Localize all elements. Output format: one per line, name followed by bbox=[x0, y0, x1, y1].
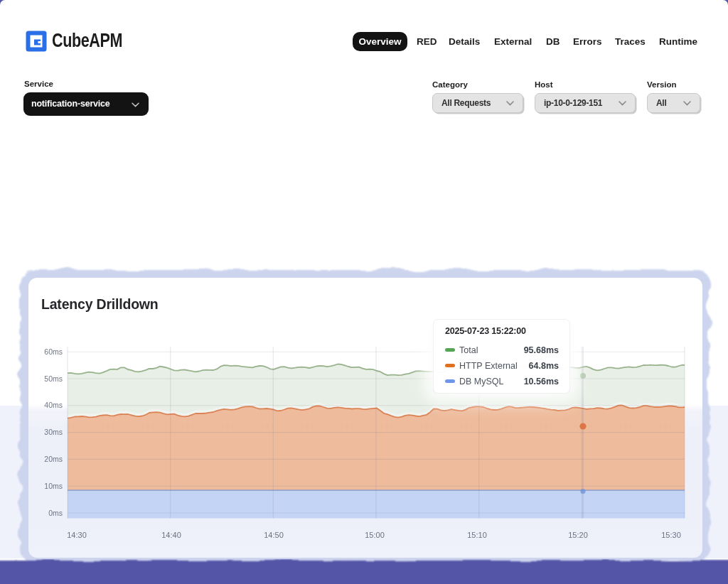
svg-text:0ms: 0ms bbox=[48, 509, 63, 517]
svg-text:15:20: 15:20 bbox=[568, 531, 588, 539]
svg-text:20ms: 20ms bbox=[44, 455, 63, 463]
svg-text:60ms: 60ms bbox=[44, 347, 63, 356]
svg-text:14:30: 14:30 bbox=[67, 531, 87, 539]
svg-text:15:00: 15:00 bbox=[365, 531, 385, 539]
svg-text:30ms: 30ms bbox=[44, 428, 63, 436]
svg-text:15:10: 15:10 bbox=[467, 531, 487, 539]
svg-text:14:40: 14:40 bbox=[161, 531, 181, 539]
svg-text:15:30: 15:30 bbox=[661, 531, 681, 539]
svg-text:40ms: 40ms bbox=[44, 401, 63, 409]
svg-text:10ms: 10ms bbox=[44, 482, 63, 490]
svg-text:14:50: 14:50 bbox=[264, 531, 284, 539]
svg-text:50ms: 50ms bbox=[44, 374, 63, 383]
